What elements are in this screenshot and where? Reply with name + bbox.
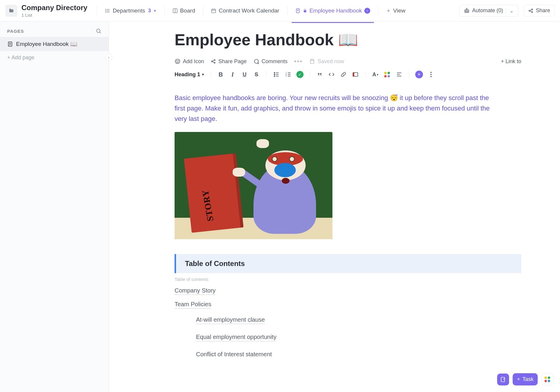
share-label: Share (536, 7, 550, 14)
sidebar: PAGES Employee Handbook 📖 + Add page ‹ (0, 21, 109, 392)
comment-icon (253, 58, 259, 64)
align-button[interactable] (395, 71, 403, 78)
divider (266, 71, 267, 78)
svg-point-19 (467, 11, 468, 12)
add-icon-button[interactable]: Add Icon (175, 58, 204, 65)
share-icon (528, 8, 533, 13)
toc-item-conflict[interactable]: Conflict of Interest statement (196, 351, 521, 358)
list-icon (105, 8, 110, 13)
workspace-subtitle: 1 List (21, 13, 87, 18)
italic-button[interactable]: I (229, 71, 237, 78)
comments-button[interactable]: Comments (253, 58, 287, 65)
tab-label: Contract Work Calendar (219, 7, 279, 14)
toc-link-company-story[interactable]: Company Story (175, 287, 216, 295)
heading-selector[interactable]: Heading 1 ▼ (175, 71, 205, 78)
page-icon (7, 41, 13, 47)
doc-title[interactable]: Employee Handbook 📖 (175, 30, 521, 49)
svg-rect-41 (311, 59, 313, 60)
search-icon[interactable] (96, 28, 102, 34)
more-menu-button[interactable]: ••• (294, 57, 303, 65)
share-button[interactable]: Share (524, 5, 555, 16)
svg-point-5 (106, 12, 106, 12)
numbered-list-button[interactable]: 123 (284, 71, 292, 78)
svg-point-43 (274, 74, 275, 75)
board-icon (172, 8, 178, 13)
svg-rect-8 (211, 9, 216, 13)
chevron-down-icon: ▼ (153, 9, 157, 13)
svg-point-4 (106, 10, 106, 11)
chevron-down-icon[interactable]: ⌄ (505, 7, 514, 14)
bullet-list-button[interactable] (273, 71, 280, 78)
add-icon-label: Add Icon (183, 58, 204, 65)
svg-line-26 (530, 11, 532, 12)
more-format-button[interactable] (427, 71, 435, 78)
intro-paragraph[interactable]: Basic employee handbooks are boring. You… (175, 93, 499, 124)
add-page-button[interactable]: + Add page (0, 51, 109, 64)
checklist-button[interactable]: ✓ (296, 71, 304, 78)
doc-action-bar: Add Icon Share Page Comments ••• Saved n… (175, 56, 521, 69)
new-doc-fab[interactable] (497, 374, 509, 385)
doc-icon (295, 8, 301, 13)
apps-icon (545, 377, 550, 382)
new-task-fab[interactable]: + Task (513, 373, 538, 385)
svg-point-60 (430, 74, 432, 75)
toc-link-eeo[interactable]: Equal employment opportunity (196, 334, 276, 341)
collapse-sidebar-button[interactable]: ‹ (105, 54, 112, 61)
divider (203, 7, 203, 15)
code-button[interactable] (328, 71, 335, 78)
svg-rect-55 (353, 73, 354, 77)
divider (164, 7, 165, 15)
tab-board[interactable]: Board (169, 5, 199, 16)
svg-point-42 (274, 72, 275, 73)
svg-point-27 (97, 29, 100, 32)
format-toolbar: Heading 1 ▼ B I U S 123 ✓ A▾ (175, 69, 521, 84)
bold-button[interactable]: B (217, 71, 225, 78)
sidebar-heading: PAGES (0, 21, 109, 37)
color-grid-icon (384, 72, 390, 77)
highlight-button[interactable] (383, 71, 391, 78)
quote-button[interactable] (316, 71, 323, 78)
link-button[interactable] (340, 71, 347, 78)
saved-indicator: Saved now (309, 58, 344, 65)
banner-button[interactable] (351, 71, 359, 78)
svg-line-25 (530, 10, 532, 10)
svg-point-21 (466, 8, 467, 9)
sidebar-heading-label: PAGES (7, 29, 24, 34)
sidebar-item-handbook[interactable]: Employee Handbook 📖 (0, 37, 109, 51)
share-icon (211, 59, 216, 64)
heading-label: Heading 1 (175, 71, 200, 78)
apps-fab[interactable] (541, 373, 553, 385)
lock-icon (303, 9, 307, 13)
plus-icon: + (517, 376, 520, 382)
toc-link-team-policies[interactable]: Team Policies (175, 301, 211, 309)
svg-point-61 (430, 76, 432, 77)
underline-button[interactable]: U (241, 71, 248, 78)
tab-employee-handbook[interactable]: Employee Handbook › (292, 5, 374, 16)
embedded-image[interactable]: STORY (175, 132, 332, 239)
toc-link-at-will[interactable]: At-will employment clause (196, 316, 265, 324)
automate-button[interactable]: Automate (0) ⌄ (459, 5, 518, 17)
robot-icon (464, 8, 470, 14)
svg-point-34 (177, 61, 177, 61)
chevron-right-icon: › (364, 8, 370, 14)
divider (409, 71, 409, 78)
text-color-button[interactable]: A▾ (371, 71, 379, 78)
svg-point-33 (175, 59, 180, 64)
tab-label: View (393, 7, 405, 14)
folder-icon[interactable] (5, 5, 17, 17)
link-to-button[interactable]: + Link to (501, 58, 521, 65)
workspace-title-block: Company Directory 1 List (21, 4, 87, 18)
svg-line-40 (212, 62, 214, 63)
share-page-button[interactable]: Share Page (211, 58, 247, 65)
toc-title: Table of Contents (185, 259, 245, 267)
divider (211, 71, 211, 78)
tab-label: Board (180, 7, 195, 14)
tab-departments[interactable]: Departments 3 ▼ (101, 5, 160, 16)
strikethrough-button[interactable]: S (253, 71, 260, 78)
tab-add-view[interactable]: View (382, 5, 409, 16)
toc-banner: Table of Contents (175, 254, 521, 273)
tab-calendar[interactable]: Contract Work Calendar (207, 5, 283, 16)
automate-label: Automate (0) (472, 7, 503, 14)
insert-button[interactable]: + (415, 71, 423, 78)
toc-caption: Table of contents (175, 277, 521, 282)
